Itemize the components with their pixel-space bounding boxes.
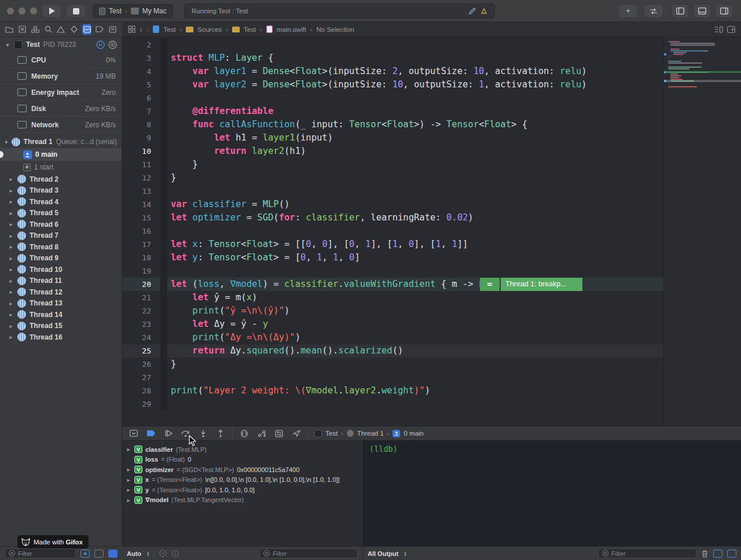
disclosure-closed-icon[interactable]: ▸ — [8, 244, 14, 250]
line-number[interactable]: 21 — [122, 291, 160, 304]
simulate-location-circle-icon[interactable] — [159, 550, 167, 557]
process-row[interactable]: ▾ Test PID 78223 — [0, 37, 122, 52]
gauge-energy-impact[interactable]: Energy ImpactZero — [0, 84, 122, 101]
line-number[interactable]: 26 — [122, 358, 160, 371]
thread-row[interactable]: ▸Thread 11 — [0, 275, 122, 287]
crumb-sources[interactable]: Sources — [197, 26, 222, 33]
source-editor[interactable]: 23struct MLP: Layer {4 var layer1 = Dens… — [122, 37, 741, 426]
code-line[interactable]: 24 print("Δy =\n\(Δy)") — [122, 331, 663, 344]
thread-row[interactable]: ▸Thread 15 — [0, 320, 122, 332]
go-forward-button[interactable]: › — [146, 25, 149, 34]
debug-navigator-icon[interactable] — [82, 24, 91, 35]
code-line[interactable]: 13 — [122, 185, 663, 198]
disclosure-closed-icon[interactable]: ▸ — [126, 446, 131, 452]
code-line[interactable]: 28print("Layer 2 weight: \(∇model.layer2… — [122, 384, 663, 397]
issue-navigator-icon[interactable] — [56, 24, 65, 35]
variable-row[interactable]: ▸Vx = (Tensor<Float>) \n[[0.0, 0.0],\n [… — [122, 475, 363, 485]
code-line[interactable]: 17let x: Tensor<Float> = [[0, 0], [0, 1]… — [122, 238, 663, 251]
symbol-navigator-icon[interactable] — [31, 24, 40, 35]
disclosure-closed-icon[interactable]: ▸ — [8, 266, 14, 272]
line-number[interactable]: 24 — [122, 331, 160, 344]
breakpoint-line-number[interactable]: 10 — [122, 145, 160, 158]
debug-memory-graph-button[interactable] — [256, 429, 267, 439]
step-out-button[interactable] — [215, 429, 226, 439]
disclosure-closed-icon[interactable]: ▸ — [126, 487, 131, 493]
gauge-memory[interactable]: Memory19 MB — [0, 68, 122, 84]
disclosure-closed-icon[interactable]: ▸ — [8, 278, 14, 284]
navigator-filter-field[interactable]: Filter — [5, 548, 76, 558]
line-number[interactable]: 19 — [122, 264, 160, 278]
console-output[interactable]: (lldb) — [363, 441, 741, 546]
disclosure-closed-icon[interactable]: ▸ — [126, 466, 131, 473]
thread-row[interactable]: ▸Thread 13 — [0, 298, 122, 310]
crumb-selection[interactable]: No Selection — [317, 26, 354, 33]
disclosure-closed-icon[interactable]: ▸ — [8, 233, 14, 239]
library-button[interactable]: + — [618, 4, 638, 18]
code-line[interactable]: 16 — [122, 224, 663, 238]
code-line[interactable]: 19 — [122, 264, 663, 278]
variable-row[interactable]: ▸Voptimizer = (SGD<Test.MLP>) 0x00000001… — [122, 465, 363, 475]
console-filter-field[interactable]: Filter — [598, 548, 696, 558]
line-number[interactable]: 22 — [122, 304, 160, 318]
disclosure-closed-icon[interactable]: ▸ — [8, 311, 14, 318]
toggle-navigator-button[interactable] — [672, 4, 689, 18]
stop-button[interactable] — [66, 4, 86, 18]
close-window-button[interactable] — [7, 8, 14, 14]
code-line[interactable]: 9 let h1 = layer1(input) — [122, 131, 663, 145]
variable-row[interactable]: ▸Vy = (Tensor<Float>) [0.0, 1.0, 1.0, 0.… — [122, 485, 363, 495]
code-line[interactable]: 18let y: Tensor<Float> = [0, 1, 1, 0] — [122, 251, 663, 264]
line-number[interactable]: 14 — [122, 198, 160, 211]
edit-issues-icon[interactable] — [469, 8, 476, 14]
crumb-target[interactable]: Test — [244, 26, 256, 33]
find-navigator-icon[interactable] — [43, 24, 53, 35]
variables-view[interactable]: ▸Vclassifier (Test.MLP)Vloss = (Float) 0… — [122, 441, 363, 546]
line-number[interactable]: 27 — [122, 371, 160, 384]
disclosure-open-icon[interactable]: ▾ — [5, 42, 10, 48]
breakpoint-line-number[interactable]: 20 — [122, 278, 160, 291]
breakpoints-toggle-button[interactable] — [145, 429, 157, 439]
thread1-row[interactable]: ▾ Thread 1 Queue: c...d (serial) — [0, 135, 122, 148]
related-items-icon[interactable] — [128, 25, 135, 33]
code-line[interactable]: 11 } — [122, 158, 663, 171]
debug-view-hierarchy-button[interactable] — [239, 429, 250, 439]
clear-console-trash-icon[interactable] — [701, 550, 709, 558]
disclosure-closed-icon[interactable]: ▸ — [126, 477, 131, 483]
line-number[interactable]: 15 — [122, 211, 160, 224]
code-line[interactable]: 22 print("ŷ =\n\(ŷ)") — [122, 304, 663, 318]
minimap[interactable] — [663, 37, 741, 426]
breakpoint-navigator-icon[interactable] — [95, 24, 104, 35]
code-line[interactable]: 20let (loss, ∇model) = classifier.valueW… — [122, 278, 663, 291]
thread-row[interactable]: ▸Thread 8 — [0, 241, 122, 253]
gauge-disk[interactable]: DiskZero KB/s — [0, 101, 122, 117]
disclosure-closed-icon[interactable]: ▸ — [8, 323, 14, 329]
code-line[interactable]: 14var classifier = MLP() — [122, 198, 663, 211]
line-number[interactable]: 8 — [122, 118, 160, 131]
disclosure-closed-icon[interactable]: ▸ — [8, 198, 14, 205]
disclosure-closed-icon[interactable]: ▸ — [126, 497, 131, 503]
build-warning-icon[interactable] — [480, 8, 487, 14]
variables-scope-select[interactable]: Auto — [127, 550, 141, 557]
dbg-crumb-thread[interactable]: Thread 1 — [357, 430, 384, 437]
code-line[interactable]: 2 — [122, 38, 663, 51]
thread-row[interactable]: ▸Thread 3 — [0, 185, 122, 197]
variable-row[interactable]: ▸Vclassifier (Test.MLP) — [122, 444, 363, 455]
disclosure-closed-icon[interactable]: ▸ — [8, 255, 14, 261]
disclosure-open-icon[interactable]: ▾ — [5, 139, 8, 145]
code-line[interactable]: 8 func callAsFunction(_ input: Tensor<Fl… — [122, 118, 663, 131]
thread-row[interactable]: ▸Thread 2 — [0, 174, 122, 185]
thread-row[interactable]: ▸Thread 6 — [0, 219, 122, 230]
disclosure-closed-icon[interactable]: ▸ — [8, 289, 14, 295]
breakpoint-annotation[interactable]: =Thread 1: breakp... — [480, 278, 582, 291]
disclosure-closed-icon[interactable]: ▸ — [8, 300, 14, 307]
line-number[interactable]: 11 — [122, 158, 160, 171]
code-line[interactable]: 5 var layer2 = Dense<Float>(inputSize: 1… — [122, 78, 663, 91]
code-line[interactable]: 10 return layer2(h1) — [122, 145, 663, 158]
minimize-window-button[interactable] — [19, 8, 25, 14]
continue-button[interactable] — [163, 429, 174, 439]
dbg-crumb-frame[interactable]: 0 main — [403, 430, 424, 437]
test-navigator-icon[interactable] — [69, 24, 79, 35]
breakpoint-line-number[interactable]: 25 — [122, 344, 160, 358]
thread-row[interactable]: ▸Thread 14 — [0, 309, 122, 320]
run-button[interactable] — [42, 4, 61, 18]
code-line[interactable]: 27 — [122, 371, 663, 384]
